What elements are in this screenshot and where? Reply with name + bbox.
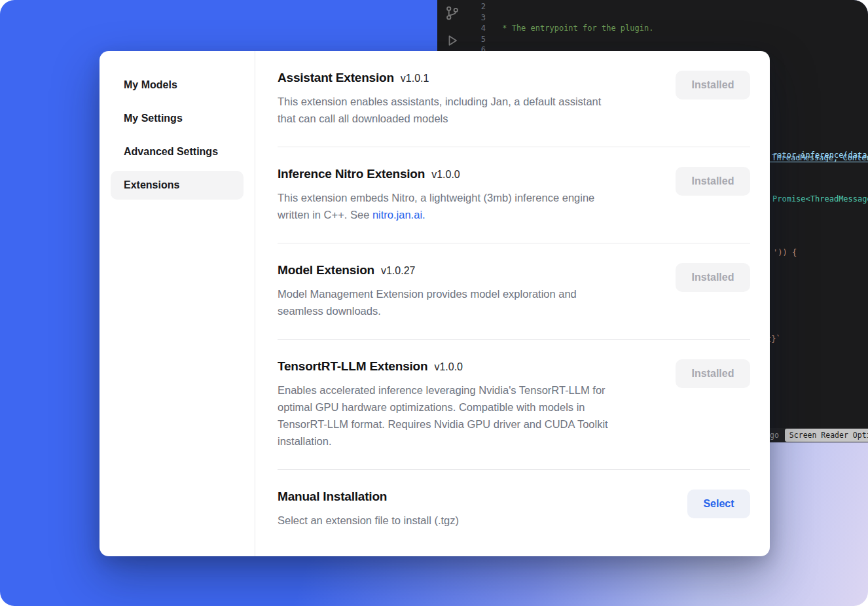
sidebar-item-my-models[interactable]: My Models bbox=[111, 71, 244, 99]
manual-installation-description: Select an extension file to install (.tg… bbox=[278, 512, 459, 529]
code-fragment: Promise<ThreadMessage> bbox=[772, 194, 868, 205]
extension-version: v1.0.1 bbox=[401, 73, 429, 84]
extension-description: Enables accelerated inference leveraging… bbox=[278, 382, 608, 450]
select-file-button[interactable]: Select bbox=[687, 490, 750, 518]
extension-title: Model Extension bbox=[278, 263, 374, 277]
extension-row-model: Model Extension v1.0.27 Model Management… bbox=[278, 243, 750, 340]
sidebar-item-extensions[interactable]: Extensions bbox=[111, 171, 244, 200]
sidebar-item-advanced-settings[interactable]: Advanced Settings bbox=[111, 137, 244, 166]
extension-title: TensortRT-LLM Extension bbox=[278, 359, 427, 374]
nitro-jan-ai-link[interactable]: nitro.jan.ai. bbox=[372, 209, 425, 221]
settings-sidebar: My Models My Settings Advanced Settings … bbox=[99, 51, 255, 556]
settings-modal: My Models My Settings Advanced Settings … bbox=[99, 51, 770, 556]
installed-button[interactable]: Installed bbox=[676, 167, 750, 196]
extension-title: Inference Nitro Extension bbox=[278, 167, 425, 181]
extension-row-assistant: Assistant Extension v1.0.1 This extensio… bbox=[278, 51, 750, 147]
run-debug-icon[interactable] bbox=[444, 33, 460, 48]
installed-button[interactable]: Installed bbox=[676, 359, 750, 388]
source-control-icon[interactable] bbox=[444, 5, 460, 21]
screen-reader-badge[interactable]: Screen Reader Optimized bbox=[785, 429, 868, 442]
extension-version: v1.0.0 bbox=[431, 169, 460, 181]
installed-button[interactable]: Installed bbox=[676, 71, 750, 99]
extension-description: Model Management Extension provides mode… bbox=[278, 285, 577, 319]
manual-installation-row: Manual Installation Select an extension … bbox=[278, 470, 750, 548]
manual-installation-title: Manual Installation bbox=[278, 490, 387, 504]
extension-row-inference-nitro: Inference Nitro Extension v1.0.0 This ex… bbox=[278, 147, 750, 243]
installed-button[interactable]: Installed bbox=[676, 263, 750, 292]
code-line: * The entrypoint for the plugin. bbox=[497, 23, 868, 34]
code-fragment: ')) { bbox=[773, 247, 797, 258]
desktop: 2 3 4 5 6 * The entrypoint for the plugi… bbox=[0, 0, 868, 606]
extension-version: v1.0.27 bbox=[381, 265, 415, 277]
status-text: go bbox=[770, 430, 779, 441]
line-numbers: 2 3 4 5 6 bbox=[466, 1, 486, 56]
extension-title: Assistant Extension bbox=[278, 71, 394, 85]
sidebar-item-my-settings[interactable]: My Settings bbox=[111, 104, 244, 133]
extension-row-tensorrt-llm: TensortRT-LLM Extension v1.0.0 Enables a… bbox=[278, 340, 750, 470]
extension-description: This extension enables assistants, inclu… bbox=[278, 93, 601, 127]
code-fragment: rator.inference(data)); bbox=[772, 150, 868, 161]
extensions-list: Assistant Extension v1.0.1 This extensio… bbox=[255, 51, 770, 556]
extension-description: This extension embeds Nitro, a lightweig… bbox=[278, 189, 594, 223]
extension-version: v1.0.0 bbox=[434, 361, 463, 373]
